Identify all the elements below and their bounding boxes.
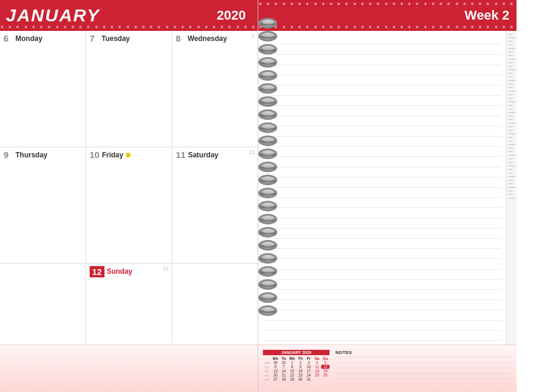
ring-23 [258,305,277,316]
ring-3 [258,44,277,55]
ruler-tick [508,127,513,127]
right-content [258,31,506,344]
ruler-tick [508,173,513,173]
ruler-tick [508,194,513,195]
mini-cal-day: 17 [305,369,313,373]
ruled-line [263,188,501,198]
ruler-tick [508,141,513,141]
ruler-tick [508,176,515,177]
ring-6 [258,83,277,94]
ruler-tick [508,73,513,74]
ring-22 [258,292,277,303]
ruler-tick [508,123,515,124]
ruled-line [263,137,501,147]
ruled-line [263,310,501,320]
mini-cal-th: Th [296,356,305,361]
day-num-monday: 6 [4,33,13,43]
ruler-tick [508,91,515,91]
ruled-line [263,239,501,249]
ruler-tick [508,148,513,148]
cell-sunday: 12 Sunday 12 [86,264,172,344]
year-label: 2020 [217,8,246,23]
ruled-line [263,147,501,157]
ruled-line [263,106,501,116]
ruled-line [263,259,501,269]
ruler-tick [508,55,513,56]
calendar-row-2: 9 Thursday 10 Friday 11 Saturday [0,147,258,264]
ruler-tick [508,45,513,45]
day-num-sunday: 12 [90,266,104,277]
ruler-tick [508,52,513,52]
mini-cal-day-highlighted: 12 [321,365,329,369]
ruler [506,31,517,344]
ruled-line [263,249,501,259]
ruled-line [263,45,501,55]
cell-monday: 6 Monday [0,31,86,147]
notes-lines [335,357,512,379]
day-name-monday: Monday [15,34,42,43]
mini-cal-we: We [288,356,296,361]
ring-7 [258,96,277,107]
notes-area: NOTES [335,350,512,387]
ruler-tick [508,162,513,163]
notes-line [335,362,512,363]
ruler-tick [508,34,513,34]
right-lined-area [258,31,506,344]
mini-cal-day [321,377,329,381]
ruled-line [263,300,501,310]
ruler-tick [508,112,515,113]
ruler-tick [508,94,513,95]
ruler-tick [508,69,515,70]
ring-15 [258,201,277,211]
left-header: JANUARY 2020 [0,0,258,31]
cell-saturday: 11 Saturday 11 [172,147,258,263]
ruler-tick [508,59,515,59]
ruler-tick [508,159,513,159]
ruled-line [263,321,501,331]
day-name-tuesday: Tuesday [102,34,130,43]
ruler-tick [508,48,515,49]
right-header: Week 2 [258,0,517,31]
day-name-thursday: Thursday [15,151,47,159]
ruled-line [263,75,501,86]
mini-cal-day: 11 [313,365,321,369]
cell-empty-1 [0,264,86,344]
day-num-tuesday: 7 [90,33,99,43]
ruled-line [263,34,501,45]
day-name-wednesday: Wednesday [188,34,227,43]
ruler-tick [508,84,513,84]
mini-cal-fr: Fr [305,356,313,361]
notes-line [335,368,512,368]
mini-cal-day: 19 [321,369,329,373]
mini-cal-day: 25 [313,373,321,377]
mini-cal-day: 22 [288,373,296,377]
ruler-tick [508,77,513,77]
ruled-line [263,65,501,75]
mini-cal-su: Su [321,356,329,361]
ruler-tick [508,180,513,181]
ruled-line [263,280,501,290]
ruler-tick [508,191,513,191]
ring-17 [258,227,277,238]
mini-cal-day: 26 [321,373,329,377]
cell-empty-2 [172,264,258,344]
ruler-tick [508,66,513,67]
ruler-tick [508,109,513,109]
ruler-tick [508,198,515,198]
ring-2 [258,31,277,42]
ruler-tick [508,187,515,188]
ruler-tick [508,144,515,145]
mini-cal-day: 8 [288,365,296,369]
week-label: Week 2 [465,8,509,23]
cell-tuesday: 7 Tuesday [86,31,172,147]
right-page: Week 2 [258,0,517,392]
mini-cal-day: 24 [305,373,313,377]
ruled-line [263,116,501,127]
ring-19 [258,253,277,264]
mini-cal-day: 2 [296,361,305,365]
mini-cal-day: 23 [296,373,305,377]
notes-line [335,378,512,379]
ruler-tick [508,184,513,184]
ruler-tick [508,166,515,166]
ruler-tick [508,41,513,42]
